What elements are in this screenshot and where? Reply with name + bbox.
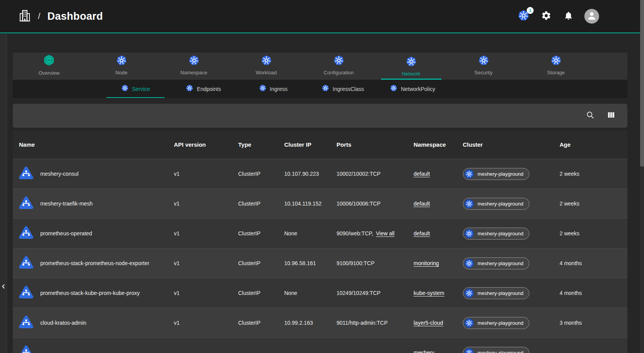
notification-badge: 1 [527, 7, 534, 14]
namespace-cell: meshery [414, 350, 463, 353]
column-header-api-version[interactable]: API version [174, 141, 238, 148]
type-cell: ClusterIP [238, 171, 284, 177]
namespace-link[interactable]: monitoring [414, 260, 439, 266]
kubernetes-icon [478, 55, 489, 67]
service-icon [19, 166, 33, 182]
subtab-ingress[interactable]: Ingress [240, 80, 310, 98]
ports-value: 10002/10002:TCP [337, 171, 381, 177]
cluster-name: meshery-playground [477, 320, 524, 326]
namespace-link[interactable]: layer5-cloud [414, 320, 443, 326]
column-header-cluster-ip[interactable]: Cluster IP [284, 141, 337, 148]
notifications-button[interactable] [562, 10, 575, 23]
kubernetes-cluster-button[interactable]: 1 [517, 10, 530, 23]
namespace-link[interactable]: default [414, 200, 430, 207]
tab-overview[interactable]: Overview [13, 53, 85, 80]
view-columns-button[interactable] [606, 110, 617, 121]
namespace-link[interactable]: kube-system [414, 290, 444, 296]
cluster-chip[interactable]: meshery-playground [463, 257, 529, 269]
tab-node[interactable]: Node [85, 53, 158, 80]
cluster-chip[interactable]: meshery-playground [463, 287, 529, 299]
active-subtab-indicator [106, 97, 165, 98]
age-cell: 2 weeks [560, 230, 621, 236]
cluster-chip[interactable]: meshery-playground [463, 317, 529, 329]
cluster-name: meshery-playground [477, 260, 524, 266]
column-header-name[interactable]: Name [19, 141, 174, 148]
cluster-chip[interactable]: meshery-playground [463, 347, 529, 353]
sidebar-collapse-button[interactable] [0, 282, 7, 293]
user-avatar[interactable] [584, 9, 599, 24]
api-version-cell: v1 [174, 320, 238, 326]
tab-label: Overview [38, 70, 59, 76]
cluster-name: meshery-playground [477, 171, 524, 177]
table-header-row: NameAPI versionTypeCluster IPPortsNamesp… [13, 130, 627, 159]
column-header-namespace[interactable]: Namespace [414, 141, 463, 148]
kubernetes-icon [406, 56, 417, 69]
page-title: Dashboard [47, 10, 103, 22]
kubernetes-icon [390, 84, 397, 93]
tab-workload[interactable]: Workload [230, 53, 302, 80]
api-version-cell: v1 [174, 290, 238, 296]
age-cell: 4 months [560, 260, 621, 266]
settings-button[interactable] [539, 10, 553, 23]
kubernetes-icon [333, 55, 344, 67]
tab-network[interactable]: Network [375, 53, 447, 80]
subtab-label: Endpoints [197, 86, 221, 92]
subtab-endpoints[interactable]: Endpoints [170, 80, 240, 98]
service-name: prometheus-stack-kube-prom-kube-proxy [40, 290, 140, 296]
subtab-ingressclass[interactable]: IngressClass [310, 80, 380, 98]
namespace-cell: layer5-cloud [414, 320, 463, 326]
tab-label: Configuration [324, 70, 354, 75]
tab-configuration[interactable]: Configuration [302, 53, 375, 80]
name-cell [19, 345, 174, 353]
cluster-ip-cell: None [284, 230, 337, 236]
scrollbar-thumb[interactable] [640, 0, 644, 166]
resource-tabs-card: Overview Node Namespace Workload Configu… [13, 53, 627, 98]
breadcrumb-separator: / [38, 11, 40, 21]
ports-value: 9090/web:TCP, [337, 230, 373, 236]
namespace-cell: default [414, 171, 463, 177]
table-row[interactable]: meshery-traefik-mesh v1 ClusterIP 10.104… [13, 188, 627, 218]
subtab-label: Ingress [270, 86, 288, 92]
column-header-age[interactable]: Age [560, 141, 621, 148]
table-row[interactable]: cloud-kratos-admin v1 ClusterIP 10.99.2.… [13, 308, 627, 338]
table-row[interactable]: prometheus-stack-prometheus-node-exporte… [13, 248, 627, 278]
service-icon [19, 196, 33, 211]
subtab-label: NetworkPolicy [401, 86, 435, 92]
table-row[interactable]: meshery meshery-playground [13, 338, 627, 353]
cluster-name: meshery-playground [477, 201, 524, 207]
cluster-cell: meshery-playground [463, 287, 560, 299]
cluster-chip[interactable]: meshery-playground [463, 228, 529, 240]
table-row[interactable]: prometheus-operated v1 ClusterIP None 90… [13, 218, 627, 248]
kubernetes-icon [464, 259, 474, 268]
subtab-networkpolicy[interactable]: NetworkPolicy [380, 80, 449, 98]
building-icon[interactable] [18, 9, 32, 24]
tab-namespace[interactable]: Namespace [158, 53, 230, 80]
view-all-ports-link[interactable]: View all [376, 230, 395, 236]
table-row[interactable]: prometheus-stack-kube-prom-kube-proxy v1… [13, 278, 627, 308]
tab-label: Storage [547, 70, 565, 75]
subtab-service[interactable]: Service [101, 80, 170, 98]
ports-value: 10006/10006:TCP [337, 200, 381, 207]
cluster-chip[interactable]: meshery-playground [463, 168, 529, 180]
ports-cell: 9090/web:TCP,View all [337, 230, 414, 236]
vertical-scrollbar[interactable] [640, 0, 644, 353]
ports-value: 10249/10249:TCP [337, 290, 381, 296]
tab-security[interactable]: Security [447, 53, 520, 80]
namespace-link[interactable]: meshery [414, 350, 434, 353]
cluster-chip[interactable]: meshery-playground [463, 198, 529, 210]
column-header-cluster[interactable]: Cluster [463, 141, 560, 148]
tab-storage[interactable]: Storage [520, 53, 592, 80]
service-icon [19, 345, 33, 353]
sub-tab-bar: Service Endpoints Ingress IngressClass N… [13, 80, 627, 98]
service-name: prometheus-stack-prometheus-node-exporte… [40, 260, 149, 266]
api-version-cell: v1 [174, 230, 238, 236]
namespace-link[interactable]: default [414, 171, 430, 177]
namespace-link[interactable]: default [414, 230, 430, 236]
column-header-type[interactable]: Type [238, 141, 284, 148]
search-button[interactable] [585, 110, 596, 121]
table-row[interactable]: meshery-consul v1 ClusterIP 10.107.90.22… [13, 159, 627, 188]
column-header-ports[interactable]: Ports [337, 141, 414, 148]
kubernetes-icon [259, 84, 266, 93]
tab-label: Security [474, 70, 493, 75]
type-cell: ClusterIP [238, 290, 284, 296]
